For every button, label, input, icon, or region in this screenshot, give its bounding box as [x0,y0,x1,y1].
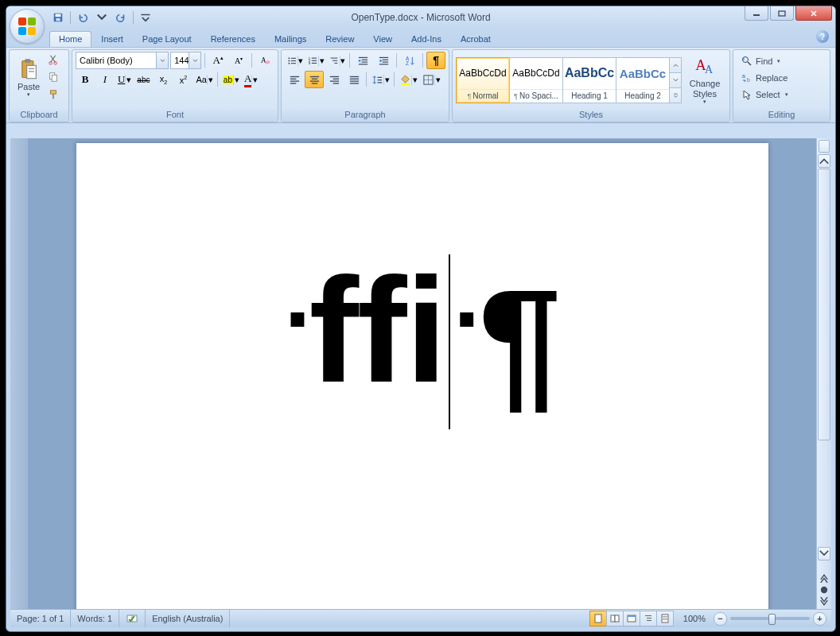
zoom-level[interactable]: 100% [679,614,710,623]
redo-button[interactable] [114,10,128,25]
style-heading-2[interactable]: AaBbCc Heading 2 [616,57,670,103]
page[interactable]: ·ffi·¶ [76,143,768,610]
qat-customize[interactable] [138,10,153,25]
tab-insert[interactable]: Insert [91,31,133,47]
close-button[interactable] [795,6,832,21]
chevron-down-icon[interactable]: ▾ [318,56,325,66]
gallery-down-button[interactable] [670,73,681,88]
change-styles-button[interactable]: AA ChangeStyles ▾ [685,54,725,107]
document-area[interactable]: ·ffi·¶ [28,138,816,610]
tab-page-layout[interactable]: Page Layout [133,31,201,47]
grow-font-button[interactable]: A▴ [208,52,228,69]
numbering-button[interactable]: 123▾ [305,52,325,69]
undo-dropdown[interactable] [95,10,109,25]
app-window: OpenType.docx - Microsoft Word Home Inse… [6,6,836,632]
chevron-down-icon[interactable] [189,52,200,68]
line-spacing-button[interactable]: ▾ [369,71,391,88]
proofing-indicator[interactable] [119,610,146,627]
draft-view-button[interactable] [656,611,674,626]
print-layout-view-button[interactable] [589,611,607,626]
undo-button[interactable] [76,10,90,25]
page-number-indicator[interactable]: Page: 1 of 1 [10,610,71,627]
word-count-indicator[interactable]: Words: 1 [71,610,119,627]
ruler-toggle-button[interactable] [819,140,830,153]
office-button[interactable] [10,9,45,44]
prev-page-button[interactable] [819,572,830,583]
svg-rect-59 [349,83,358,83]
justify-button[interactable] [344,71,364,88]
format-painter-button[interactable] [46,87,60,102]
italic-button[interactable]: I [95,71,115,88]
clear-formatting-button[interactable]: A [255,52,274,69]
browse-object-button[interactable] [819,584,830,595]
scroll-down-button[interactable] [818,547,830,560]
align-center-button[interactable] [305,71,324,88]
zoom-in-button[interactable]: + [813,612,826,626]
shading-button[interactable]: ▾ [397,71,419,88]
sort-button[interactable]: AZ [400,52,419,69]
tab-view[interactable]: View [364,31,402,47]
gallery-up-button[interactable] [670,58,681,73]
scroll-up-button[interactable] [818,154,830,168]
select-button[interactable]: Select▾ [738,87,791,103]
style-normal[interactable]: AaBbCcDd ¶Normal [456,57,510,103]
highlight-button[interactable]: ab▾ [220,71,241,88]
help-button[interactable]: ? [816,30,829,43]
cut-button[interactable] [46,52,60,67]
decrease-indent-button[interactable] [353,52,372,69]
language-indicator[interactable]: English (Australia) [146,610,230,627]
font-size-combo[interactable]: 144 [170,52,201,69]
tab-references[interactable]: References [201,31,265,47]
font-name-combo[interactable]: Calibri (Body) [76,52,169,69]
chevron-down-icon[interactable]: ▾ [125,75,132,85]
align-right-button[interactable] [325,71,344,88]
increase-indent-button[interactable] [374,52,393,69]
chevron-down-icon[interactable]: ▾ [340,56,346,66]
change-case-button[interactable]: Aa▾ [193,71,214,88]
chevron-down-icon[interactable] [156,52,168,68]
style-no-spacing[interactable]: AaBbCcDd ¶No Spaci... [509,57,563,103]
full-screen-reading-view-button[interactable] [606,611,624,626]
gallery-more-button[interactable] [670,88,681,103]
shrink-font-button[interactable]: A▾ [229,52,248,69]
underline-button[interactable]: U▾ [115,71,133,88]
copy-button[interactable] [46,70,60,84]
multilevel-list-button[interactable]: ▾ [327,52,346,69]
font-color-button[interactable]: A▾ [242,71,259,88]
scroll-thumb[interactable] [818,169,830,440]
superscript-button[interactable]: x2 [173,71,192,88]
save-button[interactable] [51,10,65,25]
chevron-down-icon[interactable]: ▾ [251,75,259,85]
zoom-slider[interactable] [730,617,810,620]
borders-button[interactable]: ▾ [420,71,442,88]
chevron-down-icon[interactable]: ▾ [411,75,418,85]
minimize-button[interactable] [745,6,768,21]
style-heading-1[interactable]: AaBbCc Heading 1 [562,57,616,103]
outline-view-button[interactable] [640,611,657,626]
align-left-button[interactable] [285,71,304,88]
replace-button[interactable]: abReplace [738,70,791,86]
paste-button[interactable]: Paste ▾ [13,52,45,104]
subscript-button[interactable]: x2 [154,71,173,88]
zoom-out-button[interactable]: − [714,612,727,626]
next-page-button[interactable] [819,597,830,608]
bullets-button[interactable]: ▾ [285,52,304,69]
strikethrough-button[interactable]: abc [134,71,153,88]
chevron-down-icon[interactable]: ▾ [207,75,214,85]
tab-add-ins[interactable]: Add-Ins [402,31,451,47]
zoom-slider-thumb[interactable] [768,614,776,625]
show-hide-paragraph-button[interactable]: ¶ [426,52,445,69]
web-layout-view-button[interactable] [623,611,640,626]
chevron-down-icon[interactable]: ▾ [233,75,240,85]
tab-mailings[interactable]: Mailings [265,31,316,47]
chevron-down-icon[interactable]: ▾ [298,56,304,66]
find-button[interactable]: aFind▾ [738,53,791,69]
chevron-down-icon[interactable]: ▾ [434,75,441,85]
tab-acrobat[interactable]: Acrobat [451,31,500,47]
chevron-down-icon[interactable]: ▾ [383,75,391,85]
tab-review[interactable]: Review [316,31,364,47]
document-text[interactable]: ·ffi·¶ [76,254,768,429]
tab-home[interactable]: Home [49,31,91,47]
maximize-button[interactable] [770,6,794,21]
bold-button[interactable]: B [76,71,95,88]
